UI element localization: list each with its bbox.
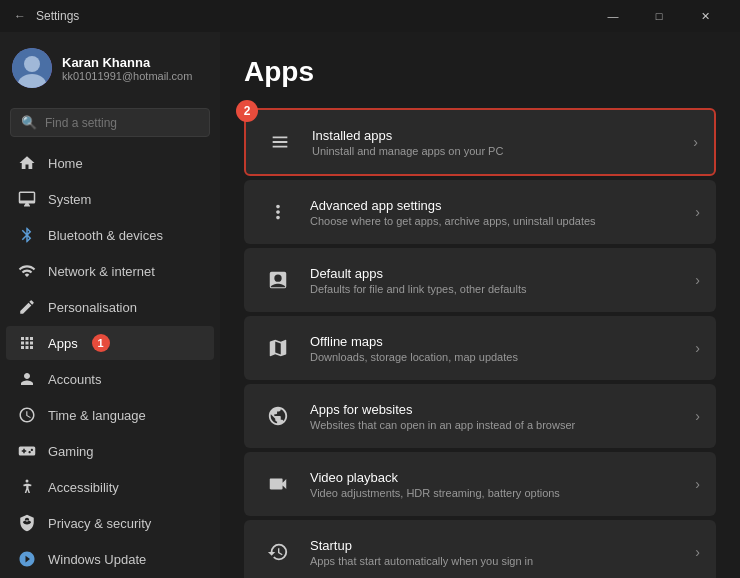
advanced-app-settings-text: Advanced app settings Choose where to ge… xyxy=(310,198,695,227)
sidebar-item-update[interactable]: Windows Update xyxy=(6,542,214,576)
offline-maps-icon xyxy=(260,330,296,366)
sidebar-label-gaming: Gaming xyxy=(48,444,94,459)
video-playback-icon xyxy=(260,466,296,502)
offline-maps-title: Offline maps xyxy=(310,334,695,349)
apps-badge: 1 xyxy=(92,334,110,352)
installed-apps-badge: 2 xyxy=(236,100,258,122)
titlebar-title: Settings xyxy=(36,9,590,23)
advanced-app-settings-desc: Choose where to get apps, archive apps, … xyxy=(310,215,695,227)
sidebar: Karan Khanna kk01011991@hotmail.com 🔍 Ho… xyxy=(0,32,220,578)
settings-list: 2 Installed apps Uninstall and manage ap… xyxy=(244,108,716,578)
advanced-app-settings-chevron: › xyxy=(695,204,700,220)
card-default-apps[interactable]: Default apps Defaults for file and link … xyxy=(244,248,716,312)
offline-maps-desc: Downloads, storage location, map updates xyxy=(310,351,695,363)
content-area: Apps 2 Installed apps Uninstall and mana… xyxy=(220,32,740,578)
privacy-icon xyxy=(18,514,36,532)
apps-for-websites-text: Apps for websites Websites that can open… xyxy=(310,402,695,431)
startup-chevron: › xyxy=(695,544,700,560)
profile-info: Karan Khanna kk01011991@hotmail.com xyxy=(62,55,192,82)
apps-for-websites-chevron: › xyxy=(695,408,700,424)
card-startup[interactable]: Startup Apps that start automatically wh… xyxy=(244,520,716,578)
default-apps-desc: Defaults for file and link types, other … xyxy=(310,283,695,295)
apps-for-websites-icon xyxy=(260,398,296,434)
sidebar-label-bluetooth: Bluetooth & devices xyxy=(48,228,163,243)
sidebar-label-time: Time & language xyxy=(48,408,146,423)
back-button[interactable]: ← xyxy=(12,8,28,24)
sidebar-label-accessibility: Accessibility xyxy=(48,480,119,495)
accounts-icon xyxy=(18,370,36,388)
installed-apps-text: Installed apps Uninstall and manage apps… xyxy=(312,128,693,157)
startup-desc: Apps that start automatically when you s… xyxy=(310,555,695,567)
window-controls: — □ ✕ xyxy=(590,0,728,32)
search-input[interactable] xyxy=(45,116,199,130)
installed-apps-icon xyxy=(262,124,298,160)
default-apps-chevron: › xyxy=(695,272,700,288)
sidebar-label-accounts: Accounts xyxy=(48,372,101,387)
time-icon xyxy=(18,406,36,424)
installed-apps-title: Installed apps xyxy=(312,128,693,143)
apps-for-websites-desc: Websites that can open in an app instead… xyxy=(310,419,695,431)
profile-name: Karan Khanna xyxy=(62,55,192,70)
sidebar-label-apps: Apps xyxy=(48,336,78,351)
system-icon xyxy=(18,190,36,208)
sidebar-item-time[interactable]: Time & language xyxy=(6,398,214,432)
sidebar-item-personalization[interactable]: Personalisation xyxy=(6,290,214,324)
accessibility-icon xyxy=(18,478,36,496)
sidebar-label-personalization: Personalisation xyxy=(48,300,137,315)
apps-for-websites-title: Apps for websites xyxy=(310,402,695,417)
profile-section[interactable]: Karan Khanna kk01011991@hotmail.com xyxy=(0,32,220,104)
startup-icon xyxy=(260,534,296,570)
main-layout: Karan Khanna kk01011991@hotmail.com 🔍 Ho… xyxy=(0,32,740,578)
sidebar-item-privacy[interactable]: Privacy & security xyxy=(6,506,214,540)
search-box[interactable]: 🔍 xyxy=(10,108,210,137)
startup-title: Startup xyxy=(310,538,695,553)
maximize-button[interactable]: □ xyxy=(636,0,682,32)
installed-apps-desc: Uninstall and manage apps on your PC xyxy=(312,145,693,157)
sidebar-item-bluetooth[interactable]: Bluetooth & devices xyxy=(6,218,214,252)
search-icon: 🔍 xyxy=(21,115,37,130)
card-installed-apps[interactable]: 2 Installed apps Uninstall and manage ap… xyxy=(244,108,716,176)
sidebar-item-accessibility[interactable]: Accessibility xyxy=(6,470,214,504)
gaming-icon xyxy=(18,442,36,460)
sidebar-item-gaming[interactable]: Gaming xyxy=(6,434,214,468)
offline-maps-text: Offline maps Downloads, storage location… xyxy=(310,334,695,363)
close-button[interactable]: ✕ xyxy=(682,0,728,32)
video-playback-chevron: › xyxy=(695,476,700,492)
sidebar-item-home[interactable]: Home xyxy=(6,146,214,180)
default-apps-title: Default apps xyxy=(310,266,695,281)
installed-apps-chevron: › xyxy=(693,134,698,150)
default-apps-icon xyxy=(260,262,296,298)
bluetooth-icon xyxy=(18,226,36,244)
svg-point-1 xyxy=(24,56,40,72)
video-playback-text: Video playback Video adjustments, HDR st… xyxy=(310,470,695,499)
personalization-icon xyxy=(18,298,36,316)
sidebar-item-apps[interactable]: Apps 1 xyxy=(6,326,214,360)
page-title: Apps xyxy=(244,56,716,88)
advanced-app-settings-icon xyxy=(260,194,296,230)
default-apps-text: Default apps Defaults for file and link … xyxy=(310,266,695,295)
network-icon xyxy=(18,262,36,280)
sidebar-label-privacy: Privacy & security xyxy=(48,516,151,531)
sidebar-item-system[interactable]: System xyxy=(6,182,214,216)
apps-icon xyxy=(18,334,36,352)
sidebar-item-network[interactable]: Network & internet xyxy=(6,254,214,288)
video-playback-desc: Video adjustments, HDR streaming, batter… xyxy=(310,487,695,499)
sidebar-label-network: Network & internet xyxy=(48,264,155,279)
sidebar-item-accounts[interactable]: Accounts xyxy=(6,362,214,396)
video-playback-title: Video playback xyxy=(310,470,695,485)
home-icon xyxy=(18,154,36,172)
sidebar-label-home: Home xyxy=(48,156,83,171)
card-advanced-app-settings[interactable]: Advanced app settings Choose where to ge… xyxy=(244,180,716,244)
card-video-playback[interactable]: Video playback Video adjustments, HDR st… xyxy=(244,452,716,516)
advanced-app-settings-title: Advanced app settings xyxy=(310,198,695,213)
offline-maps-chevron: › xyxy=(695,340,700,356)
card-offline-maps[interactable]: Offline maps Downloads, storage location… xyxy=(244,316,716,380)
update-icon xyxy=(18,550,36,568)
card-apps-for-websites[interactable]: Apps for websites Websites that can open… xyxy=(244,384,716,448)
avatar xyxy=(12,48,52,88)
startup-text: Startup Apps that start automatically wh… xyxy=(310,538,695,567)
sidebar-label-system: System xyxy=(48,192,91,207)
minimize-button[interactable]: — xyxy=(590,0,636,32)
sidebar-label-update: Windows Update xyxy=(48,552,146,567)
profile-email: kk01011991@hotmail.com xyxy=(62,70,192,82)
